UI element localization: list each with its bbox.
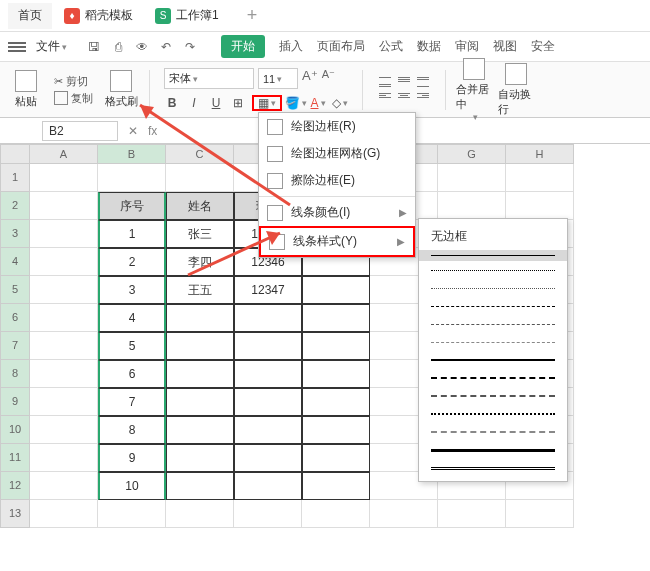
cell[interactable] <box>506 164 574 192</box>
cell[interactable] <box>30 472 98 500</box>
cell[interactable] <box>302 332 370 360</box>
line-dashdotdot[interactable] <box>419 333 567 351</box>
line-thick[interactable] <box>419 441 567 459</box>
cell[interactable]: 5 <box>98 332 166 360</box>
cell[interactable] <box>234 360 302 388</box>
line-mdash[interactable] <box>419 369 567 387</box>
save-icon[interactable]: 🖫 <box>85 38 103 56</box>
cell[interactable] <box>234 500 302 528</box>
cell[interactable]: 3 <box>98 276 166 304</box>
cell[interactable] <box>302 472 370 500</box>
cell[interactable] <box>506 192 574 220</box>
tab-layout[interactable]: 页面布局 <box>317 38 365 55</box>
line-none[interactable]: 无边框 <box>419 223 567 250</box>
hamburger-button[interactable] <box>8 42 26 52</box>
align-top-icon[interactable] <box>377 75 393 89</box>
cell[interactable] <box>234 444 302 472</box>
row-header[interactable]: 9 <box>0 388 30 416</box>
cell[interactable] <box>302 416 370 444</box>
undo-icon[interactable]: ↶ <box>157 38 175 56</box>
wrap-button[interactable]: 自动换行 <box>498 63 534 117</box>
new-tab-button[interactable]: + <box>247 5 258 26</box>
line-double[interactable] <box>419 459 567 477</box>
row-header[interactable]: 11 <box>0 444 30 472</box>
row-header[interactable]: 8 <box>0 360 30 388</box>
tab-start[interactable]: 开始 <box>221 35 265 58</box>
line-medium[interactable] <box>419 351 567 369</box>
row-header[interactable]: 4 <box>0 248 30 276</box>
cell[interactable] <box>506 500 574 528</box>
cell[interactable] <box>234 472 302 500</box>
decrease-font-icon[interactable]: A⁻ <box>322 68 335 89</box>
align-center-icon[interactable] <box>396 91 412 105</box>
row-header[interactable]: 13 <box>0 500 30 528</box>
col-G[interactable]: G <box>438 144 506 164</box>
preview-icon[interactable]: 👁 <box>133 38 151 56</box>
cell[interactable] <box>234 304 302 332</box>
cell[interactable] <box>438 192 506 220</box>
row-header[interactable]: 7 <box>0 332 30 360</box>
cell[interactable]: 1 <box>98 220 166 248</box>
print-icon[interactable]: ⎙ <box>109 38 127 56</box>
cell[interactable]: 6 <box>98 360 166 388</box>
cell[interactable] <box>30 360 98 388</box>
cell[interactable]: 10 <box>98 472 166 500</box>
select-all-corner[interactable] <box>0 144 30 164</box>
cell[interactable]: 7 <box>98 388 166 416</box>
cell[interactable] <box>166 444 234 472</box>
cell[interactable] <box>370 500 438 528</box>
line-thin[interactable] <box>419 250 567 261</box>
row-header[interactable]: 12 <box>0 472 30 500</box>
tab-workbook[interactable]: S工作簿1 <box>145 3 229 29</box>
align-right-icon[interactable] <box>415 91 431 105</box>
merge-button[interactable]: 合并居中 <box>456 58 492 122</box>
row-header[interactable]: 2 <box>0 192 30 220</box>
cell[interactable] <box>30 332 98 360</box>
cut-button[interactable]: ✂剪切 <box>54 74 93 89</box>
col-H[interactable]: H <box>506 144 574 164</box>
cell[interactable] <box>30 276 98 304</box>
tab-review[interactable]: 审阅 <box>455 38 479 55</box>
line-dashdot[interactable] <box>419 315 567 333</box>
cell[interactable] <box>234 416 302 444</box>
cell[interactable] <box>302 444 370 472</box>
cell[interactable] <box>438 164 506 192</box>
tab-home[interactable]: 首页 <box>8 3 52 29</box>
tab-view[interactable]: 视图 <box>493 38 517 55</box>
row-header[interactable]: 1 <box>0 164 30 192</box>
redo-icon[interactable]: ↷ <box>181 38 199 56</box>
cell[interactable]: 8 <box>98 416 166 444</box>
cell[interactable] <box>166 332 234 360</box>
cell[interactable]: 2 <box>98 248 166 276</box>
copy-button[interactable]: 复制 <box>54 91 93 106</box>
tab-safe[interactable]: 安全 <box>531 38 555 55</box>
cell[interactable]: 9 <box>98 444 166 472</box>
cell[interactable] <box>98 500 166 528</box>
cell[interactable]: 4 <box>98 304 166 332</box>
tab-data[interactable]: 数据 <box>417 38 441 55</box>
cell[interactable] <box>166 360 234 388</box>
cell[interactable] <box>302 304 370 332</box>
font-name-select[interactable]: 宋体 <box>164 68 254 89</box>
cell[interactable] <box>30 220 98 248</box>
cell[interactable] <box>166 472 234 500</box>
cell[interactable] <box>234 388 302 416</box>
clear-button[interactable]: ◇ <box>332 95 348 111</box>
line-mdashdot[interactable] <box>419 387 567 405</box>
cell[interactable] <box>30 192 98 220</box>
cell[interactable] <box>166 388 234 416</box>
tab-formula[interactable]: 公式 <box>379 38 403 55</box>
line-dot1[interactable] <box>419 261 567 279</box>
cell[interactable] <box>30 416 98 444</box>
cell[interactable] <box>30 304 98 332</box>
align-bottom-icon[interactable] <box>415 75 431 89</box>
cell[interactable] <box>30 388 98 416</box>
align-middle-icon[interactable] <box>396 75 412 89</box>
cell[interactable] <box>302 500 370 528</box>
tab-insert[interactable]: 插入 <box>279 38 303 55</box>
row-header[interactable]: 10 <box>0 416 30 444</box>
line-slant[interactable] <box>419 423 567 441</box>
cell[interactable] <box>302 276 370 304</box>
cell[interactable] <box>30 444 98 472</box>
font-size-select[interactable]: 11 <box>258 68 298 89</box>
